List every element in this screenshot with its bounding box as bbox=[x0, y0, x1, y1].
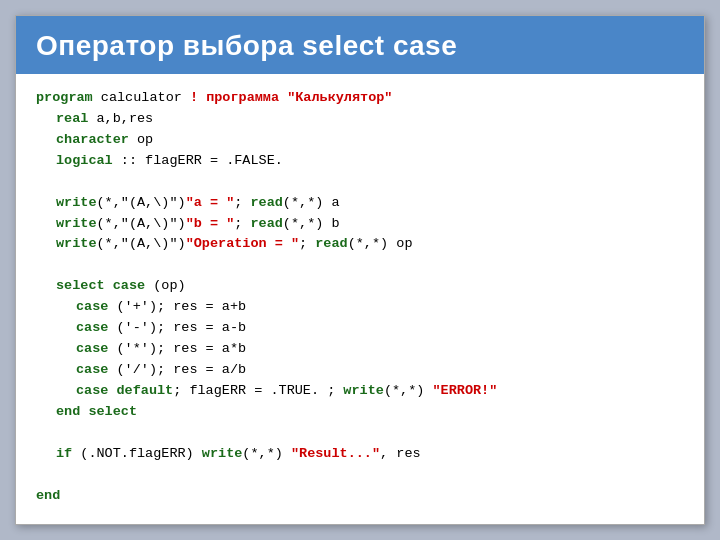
code-line-13: case default; flagERR = .TRUE. ; write(*… bbox=[36, 381, 684, 402]
code-line-11: case ('*'); res = a*b bbox=[36, 339, 684, 360]
blank-line-1 bbox=[36, 172, 684, 193]
code-line-2: real a,b,res bbox=[36, 109, 684, 130]
code-line-15: if (.NOT.flagERR) write(*,*) "Result..."… bbox=[36, 444, 684, 465]
slide: Оператор выбора select case program calc… bbox=[15, 15, 705, 525]
slide-title: Оператор выбора select case bbox=[36, 30, 684, 62]
slide-body: program calculator ! программа "Калькуля… bbox=[16, 74, 704, 524]
code-line-7: write(*,"(A,\)")"Operation = "; read(*,*… bbox=[36, 234, 684, 255]
code-line-4: logical :: flagERR = .FALSE. bbox=[36, 151, 684, 172]
code-line-8: select case (op) bbox=[36, 276, 684, 297]
slide-header: Оператор выбора select case bbox=[16, 16, 704, 74]
code-block: program calculator ! программа "Калькуля… bbox=[36, 88, 684, 506]
blank-line-2 bbox=[36, 255, 684, 276]
code-line-10: case ('-'); res = a-b bbox=[36, 318, 684, 339]
code-line-6: write(*,"(A,\)")"b = "; read(*,*) b bbox=[36, 214, 684, 235]
code-line-9: case ('+'); res = a+b bbox=[36, 297, 684, 318]
code-line-12: case ('/'); res = a/b bbox=[36, 360, 684, 381]
code-line-14: end select bbox=[36, 402, 684, 423]
code-line-1: program calculator ! программа "Калькуля… bbox=[36, 88, 684, 109]
code-line-5: write(*,"(A,\)")"a = "; read(*,*) a bbox=[36, 193, 684, 214]
code-line-3: character op bbox=[36, 130, 684, 151]
code-line-16: end bbox=[36, 486, 684, 507]
blank-line-4 bbox=[36, 465, 684, 486]
blank-line-3 bbox=[36, 423, 684, 444]
